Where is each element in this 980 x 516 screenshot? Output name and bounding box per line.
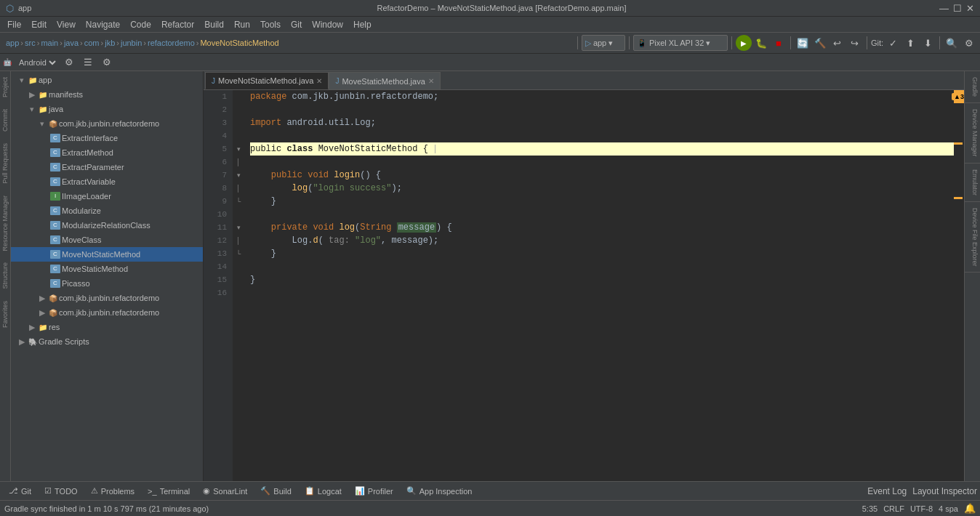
undo-button[interactable]: ↩ bbox=[830, 35, 846, 51]
minimize-button[interactable]: — bbox=[939, 3, 949, 14]
tree-item-ExtractVariable[interactable]: C ExtractVariable bbox=[11, 174, 203, 189]
cursor-position[interactable]: 5:35 bbox=[862, 504, 877, 513]
menu-edit[interactable]: Edit bbox=[27, 18, 51, 31]
breadcrumb-refactordemo[interactable]: refactordemo bbox=[148, 39, 195, 47]
tree-item-IImageLoader[interactable]: I IImageLoader bbox=[11, 189, 203, 203]
tree-item-ModularizeRelationClass[interactable]: C ModularizeRelationClass bbox=[11, 218, 203, 233]
bottom-tab-logcat[interactable]: 📋 Logcat bbox=[299, 483, 348, 500]
sync-nav-button[interactable]: ⚙ bbox=[61, 55, 77, 70]
tree-item-Picasso[interactable]: C Picasso bbox=[11, 276, 203, 291]
fold-5[interactable]: ▾ bbox=[233, 142, 244, 156]
tree-item-MoveNotStaticMethod[interactable]: C MoveNotStaticMethod bbox=[11, 247, 203, 262]
tab-close-1[interactable]: ✕ bbox=[316, 77, 322, 85]
menu-code[interactable]: Code bbox=[126, 18, 156, 31]
redo-button[interactable]: ↪ bbox=[847, 35, 863, 51]
breadcrumb-classname[interactable]: MoveNotStaticMethod bbox=[200, 39, 278, 47]
tab-close-2[interactable]: ✕ bbox=[428, 77, 434, 85]
breadcrumb-junbin[interactable]: junbin bbox=[121, 39, 142, 47]
indent-size[interactable]: 4 spa bbox=[939, 504, 958, 513]
bottom-tab-build[interactable]: 🔨 Build bbox=[254, 483, 297, 500]
tab-MoveStaticMethod[interactable]: J MoveStaticMethod.java ✕ bbox=[329, 72, 440, 89]
tree-item-Modularize[interactable]: C Modularize bbox=[11, 203, 203, 218]
bottom-tab-sonarlint[interactable]: ◉ SonarLint bbox=[197, 483, 253, 500]
bottom-tab-problems[interactable]: ⚠ Problems bbox=[85, 483, 140, 500]
right-tab-device-manager[interactable]: Device Manager bbox=[965, 103, 980, 164]
tree-item-MoveStaticMethod[interactable]: C MoveStaticMethod bbox=[11, 262, 203, 276]
tree-item-app[interactable]: ▾ 📁 app bbox=[11, 73, 203, 87]
tree-item-pkg2[interactable]: ▶ 📦 com.jkb.junbin.refactordemo bbox=[11, 291, 203, 305]
bottom-tab-profiler[interactable]: 📊 Profiler bbox=[349, 483, 399, 500]
run-button[interactable]: ▶ bbox=[736, 35, 752, 51]
favorites-vertical-tab[interactable]: Favorites bbox=[0, 295, 10, 334]
tree-item-ExtractInterface[interactable]: C ExtractInterface bbox=[11, 131, 203, 145]
fold-6[interactable]: │ bbox=[233, 156, 244, 169]
close-button[interactable]: ✕ bbox=[966, 3, 974, 14]
pull-requests-vertical-tab[interactable]: Pull Requests bbox=[0, 137, 10, 190]
git-pull-button[interactable]: ⬇ bbox=[920, 35, 936, 51]
menu-file[interactable]: File bbox=[3, 18, 25, 31]
debug-button[interactable]: 🐛 bbox=[753, 35, 769, 51]
right-tab-device-file-explorer[interactable]: Device File Explorer bbox=[965, 202, 980, 273]
breadcrumb-src[interactable]: src bbox=[25, 39, 36, 47]
breadcrumb-jkb[interactable]: jkb bbox=[105, 39, 115, 47]
tab-MoveNotStaticMethod[interactable]: J MoveNotStaticMethod.java ✕ bbox=[205, 72, 329, 89]
warning-indicator[interactable]: ▲3 bbox=[954, 90, 964, 103]
tree-item-package-main[interactable]: ▾ 📦 com.jkb.junbin.refactordemo bbox=[11, 116, 203, 131]
right-tab-emulator[interactable]: Emulator bbox=[965, 164, 980, 202]
tree-item-java[interactable]: ▾ 📁 java bbox=[11, 102, 203, 116]
fold-7[interactable]: ▾ bbox=[233, 169, 244, 182]
build-button[interactable]: 🔨 bbox=[812, 35, 828, 51]
line-ending[interactable]: CRLF bbox=[883, 504, 904, 513]
bottom-tab-terminal[interactable]: >_ Terminal bbox=[142, 483, 196, 500]
stop-button[interactable]: ■ bbox=[771, 35, 787, 51]
bottom-tab-app-inspection[interactable]: 🔍 App Inspection bbox=[401, 483, 478, 500]
sync-button[interactable]: 🔄 bbox=[795, 35, 811, 51]
fold-11[interactable]: ▾ bbox=[233, 221, 244, 234]
tree-item-MoveClass[interactable]: C MoveClass bbox=[11, 233, 203, 247]
menu-view[interactable]: View bbox=[52, 18, 80, 31]
commit-vertical-tab[interactable]: Commit bbox=[0, 103, 10, 137]
code-content[interactable]: package com.jkb.junbin.refactordemo; imp… bbox=[244, 90, 954, 481]
search-button[interactable]: 🔍 bbox=[944, 35, 960, 51]
menu-refactor[interactable]: Refactor bbox=[157, 18, 198, 31]
maximize-button[interactable]: ☐ bbox=[953, 3, 962, 14]
tree-item-ExtractMethod[interactable]: C ExtractMethod bbox=[11, 145, 203, 160]
menu-build[interactable]: Build bbox=[200, 18, 228, 31]
breadcrumb-java[interactable]: java bbox=[64, 39, 79, 47]
breadcrumb-main[interactable]: main bbox=[41, 39, 58, 47]
nav-gear-button[interactable]: ⚙ bbox=[99, 55, 115, 70]
structure-vertical-tab[interactable]: Structure bbox=[0, 257, 10, 295]
resource-manager-vertical-tab[interactable]: Resource Manager bbox=[0, 190, 10, 257]
device-dropdown[interactable]: 📱 Pixel XL API 32 ▾ bbox=[633, 35, 728, 51]
bottom-tab-git[interactable]: ⎇ Git bbox=[3, 483, 37, 500]
layout-inspector-link[interactable]: Layout Inspector bbox=[912, 486, 977, 496]
menu-navigate[interactable]: Navigate bbox=[81, 18, 124, 31]
tree-item-pkg3[interactable]: ▶ 📦 com.jkb.junbin.refactordemo bbox=[11, 305, 203, 320]
git-update-button[interactable]: ✓ bbox=[885, 35, 901, 51]
breadcrumb-app[interactable]: app bbox=[6, 39, 19, 47]
code-editor[interactable]: 1 2 3 4 5 6 7 8 9 10 11 12 13 14 15 16 bbox=[204, 90, 964, 481]
project-vertical-tab[interactable]: Project bbox=[0, 71, 10, 103]
menu-tools[interactable]: Tools bbox=[256, 18, 285, 31]
menu-run[interactable]: Run bbox=[230, 18, 254, 31]
charset[interactable]: UTF-8 bbox=[910, 504, 933, 513]
app-config-dropdown[interactable]: ▷ app ▾ bbox=[582, 35, 625, 51]
tree-item-ExtractParameter[interactable]: C ExtractParameter bbox=[11, 160, 203, 174]
menu-help[interactable]: Help bbox=[349, 18, 376, 31]
tree-item-manifests[interactable]: ▶ 📁 manifests bbox=[11, 87, 203, 102]
git-push-button[interactable]: ⬆ bbox=[902, 35, 918, 51]
settings-button[interactable]: ⚙ bbox=[961, 35, 977, 51]
tree-item-res[interactable]: ▶ 📁 res bbox=[11, 320, 203, 334]
bottom-tab-todo[interactable]: ☑ TODO bbox=[39, 483, 84, 500]
event-log-link[interactable]: Event Log bbox=[867, 486, 907, 496]
window-controls[interactable]: — ☐ ✕ bbox=[939, 3, 974, 14]
nav-settings-button[interactable]: ☰ bbox=[80, 55, 96, 70]
tree-item-gradle-scripts[interactable]: ▶ 🐘 Gradle Scripts bbox=[11, 334, 203, 349]
menu-window[interactable]: Window bbox=[308, 18, 348, 31]
menu-git[interactable]: Git bbox=[286, 18, 306, 31]
breadcrumb-com[interactable]: com bbox=[84, 39, 100, 47]
android-view-select[interactable]: Android Project bbox=[16, 57, 58, 68]
tree-label-MoveStaticMethod: MoveStaticMethod bbox=[62, 265, 128, 273]
right-tab-gradle[interactable]: Gradle bbox=[965, 71, 980, 103]
close-8: ); bbox=[391, 183, 401, 193]
